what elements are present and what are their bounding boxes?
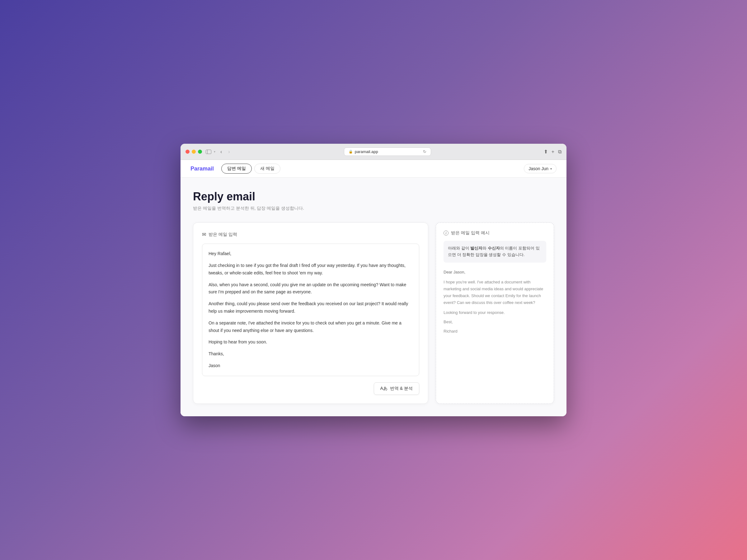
info-icon: i — [443, 231, 448, 236]
right-panel-title: 받은 메일 입력 예시 — [451, 230, 490, 236]
hint-bold-sender: 발신자 — [470, 246, 483, 250]
share-button[interactable]: ⬆ — [544, 149, 548, 155]
email-line-1: Hey Rafael, — [209, 250, 413, 258]
browser-controls: ▾ — [206, 150, 215, 154]
content-grid: ✉ 받은 메일 입력 Hey Rafael, Just checking in … — [193, 222, 554, 404]
brand-logo: Paramail — [190, 165, 214, 172]
address-bar[interactable]: 🔒 paramail.app ↻ — [344, 148, 431, 156]
refresh-button[interactable]: ↻ — [423, 149, 427, 154]
analyze-button[interactable]: Aあ 번역 & 분석 — [374, 382, 419, 395]
email-input-icon: ✉ — [202, 232, 206, 237]
chevron-down-icon: ▾ — [550, 167, 552, 170]
hint-text-part1: 아래와 같이 — [448, 246, 470, 250]
panel-footer: Aあ 번역 & 분석 — [202, 382, 419, 395]
email-line-6: Hoping to hear from you soon. — [209, 339, 413, 346]
minimize-button[interactable] — [192, 150, 196, 154]
lock-icon: 🔒 — [349, 150, 353, 154]
page-subtitle: 받은 메일을 번역하고 분석한 뒤, 답장 메일을 생성합니다. — [193, 206, 554, 211]
email-line-2: Just checking in to see if you got the f… — [209, 262, 413, 277]
left-panel-header: ✉ 받은 메일 입력 — [202, 232, 419, 237]
example-body: I hope you're well. I've attached a docu… — [443, 279, 546, 306]
email-line-8: Jason — [209, 362, 413, 370]
browser-actions: ⬆ + ⧉ — [544, 149, 562, 155]
user-name: Jason Jun — [529, 166, 548, 171]
right-panel: i 받은 메일 입력 예시 아래와 같이 발신자와 수신자의 이름이 포함되어 … — [436, 222, 554, 404]
tab-reply-email[interactable]: 답변 메일 — [221, 164, 252, 174]
app-content: Paramail 답변 메일 새 메일 Jason Jun ▾ Reply em… — [181, 160, 566, 416]
main-page: Reply email 받은 메일을 번역하고 분석한 뒤, 답장 메일을 생성… — [181, 178, 566, 416]
sidebar-toggle-button[interactable] — [206, 150, 211, 154]
sidebar-chevron-icon: ▾ — [214, 150, 215, 153]
email-line-4: Another thing, could you please send ove… — [209, 300, 413, 315]
email-line-5: On a separate note, I've attached the in… — [209, 320, 413, 335]
example-salutation: Dear Jason, — [443, 269, 546, 276]
hint-box: 아래와 같이 발신자와 수신자의 이름이 포함되어 있으면 더 정확한 답장을 … — [443, 241, 546, 263]
top-nav: Paramail 답변 메일 새 메일 Jason Jun ▾ — [181, 160, 566, 178]
page-title: Reply email — [193, 190, 554, 203]
maximize-button[interactable] — [198, 150, 202, 154]
tab-new-email[interactable]: 새 메일 — [254, 164, 280, 174]
left-panel-title: 받은 메일 입력 — [209, 232, 237, 237]
forward-button[interactable]: › — [227, 149, 231, 155]
analyze-button-label: 번역 & 분석 — [390, 386, 413, 391]
email-line-3: Also, when you have a second, could you … — [209, 281, 413, 296]
example-closing-1: Looking forward to your response. — [443, 309, 546, 316]
user-badge[interactable]: Jason Jun ▾ — [524, 164, 557, 173]
back-button[interactable]: ‹ — [219, 149, 223, 155]
email-input-box[interactable]: Hey Rafael, Just checking in to see if y… — [202, 244, 419, 376]
address-bar-area: 🔒 paramail.app ↻ — [235, 148, 540, 156]
analyze-icon: Aあ — [380, 386, 387, 391]
right-panel-header: i 받은 메일 입력 예시 — [443, 230, 546, 236]
left-panel: ✉ 받은 메일 입력 Hey Rafael, Just checking in … — [193, 222, 428, 404]
nav-tabs: 답변 메일 새 메일 — [221, 164, 280, 174]
example-closing-2: Best, — [443, 319, 546, 325]
browser-window: ▾ ‹ › 🔒 paramail.app ↻ ⬆ + ⧉ Paramail 답변… — [181, 144, 566, 416]
new-tab-button[interactable]: + — [551, 149, 554, 155]
url-text: paramail.app — [355, 149, 378, 154]
hint-text-part2: 와 — [483, 246, 488, 250]
traffic-lights — [185, 150, 202, 154]
example-email: Dear Jason, I hope you're well. I've att… — [443, 269, 546, 335]
hint-bold-receiver: 수신자 — [488, 246, 500, 250]
email-line-7: Thanks, — [209, 350, 413, 358]
example-signature: Richard — [443, 328, 546, 335]
browser-chrome: ▾ ‹ › 🔒 paramail.app ↻ ⬆ + ⧉ — [181, 144, 566, 160]
close-button[interactable] — [185, 150, 189, 154]
tabs-button[interactable]: ⧉ — [558, 149, 562, 155]
